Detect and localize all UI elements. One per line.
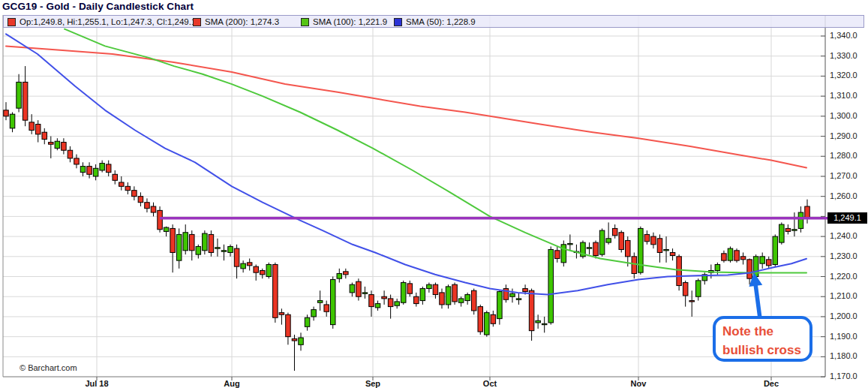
candle-down	[23, 82, 28, 120]
candle-up	[561, 245, 566, 263]
y-axis-label: 1,320.0	[830, 71, 857, 80]
candle-down	[125, 186, 131, 190]
y-axis-label: 1,220.0	[830, 272, 857, 281]
candle-up	[516, 299, 521, 299]
candle-down	[612, 228, 617, 235]
candle-up	[395, 302, 400, 305]
candle-down	[113, 174, 118, 180]
candle-down	[35, 125, 41, 134]
candle-up	[305, 317, 310, 326]
legend-bar: Op:1,249.8, Hi:1,255.1, Lo:1,247.3, Cl:1…	[3, 15, 864, 28]
y-axis-label: 1,300.0	[830, 111, 857, 120]
candle-down	[670, 252, 675, 255]
candle-down	[62, 143, 67, 151]
candle-down	[356, 281, 362, 296]
candle-down	[344, 272, 349, 275]
candle-down	[433, 284, 438, 294]
candle-down	[234, 248, 239, 266]
candle-up	[497, 292, 503, 319]
candle-up	[215, 248, 221, 248]
chart-window: GCG19 - Gold - Daily Candlestick Chart O…	[0, 0, 868, 388]
candle-up	[760, 257, 765, 263]
legend-item-sma200: SMA (200): 1,274.3	[193, 17, 279, 27]
candle-down	[689, 301, 695, 302]
chart-title: GCG19 - Gold - Daily Candlestick Chart	[2, 1, 194, 12]
candle-down	[626, 240, 631, 256]
y-axis-label: 1,310.0	[830, 91, 857, 100]
candle-up	[10, 114, 14, 128]
y-axis-label: 1,270.0	[830, 171, 857, 180]
candle-down	[740, 257, 746, 260]
x-axis-label: Aug	[209, 379, 254, 388]
candle-down	[593, 242, 599, 255]
candle-down	[138, 197, 143, 203]
candle-up	[100, 164, 105, 170]
candle-down	[29, 122, 35, 131]
candle-down	[273, 264, 278, 317]
candle-down	[151, 206, 156, 212]
candle-down	[619, 233, 624, 250]
candle-up	[241, 263, 246, 269]
candle-down	[471, 290, 476, 311]
candle-down	[260, 271, 266, 275]
y-axis-label: 1,200.0	[830, 311, 857, 320]
x-axis-label: Sep	[350, 379, 395, 388]
candle-down	[286, 314, 291, 336]
candle-down	[452, 284, 458, 302]
candle-down	[369, 295, 374, 307]
y-axis-label: 1,190.0	[830, 332, 857, 341]
legend-item-sma50: SMA (50): 1,228.9	[394, 17, 476, 27]
candle-up	[221, 251, 227, 251]
candle-up	[587, 248, 592, 248]
y-axis-label: 1,290.0	[830, 131, 857, 140]
candle-up	[548, 249, 554, 322]
sma-line	[6, 34, 806, 294]
candle-down	[279, 313, 284, 315]
candle-up	[176, 234, 182, 260]
candle-down	[119, 182, 125, 186]
candle-down	[132, 191, 137, 197]
candle-up	[362, 293, 368, 293]
barchart-watermark: © Barchart.com	[20, 363, 77, 372]
candle-down	[644, 234, 650, 241]
candle-up	[80, 167, 86, 173]
candle-up	[510, 293, 515, 296]
y-axis-label: 1,240.0	[830, 231, 857, 240]
annotation-line1: Note the	[716, 322, 809, 341]
candle-up	[317, 301, 323, 303]
candle-down	[683, 283, 688, 296]
candle-down	[4, 110, 9, 116]
y-axis-label: 1,180.0	[830, 351, 857, 360]
candle-up	[55, 141, 60, 148]
candle-down	[49, 143, 54, 145]
candle-down	[785, 228, 791, 231]
legend-sma100-label: SMA (100): 1,221.9	[313, 17, 387, 26]
sma200-swatch-icon	[193, 18, 201, 26]
candle-down	[722, 254, 727, 260]
candle-up	[401, 283, 406, 303]
candle-down	[74, 158, 80, 164]
candle-up	[773, 236, 778, 264]
candle-down	[766, 260, 771, 266]
candle-up	[446, 287, 451, 305]
candle-up	[728, 248, 733, 260]
candle-down	[87, 167, 92, 175]
legend-sma200-label: SMA (200): 1,274.3	[205, 17, 279, 26]
annotation-line2: bullish cross	[716, 341, 809, 359]
candle-up	[337, 274, 342, 279]
candle-down	[523, 289, 528, 292]
candle-down	[478, 307, 483, 332]
candle-down	[734, 251, 740, 260]
ohlc-swatch-icon	[8, 18, 16, 26]
candle-up	[715, 264, 720, 270]
x-axis-label: Dec	[749, 379, 794, 388]
legend-sma50-label: SMA (50): 1,228.9	[406, 17, 476, 26]
y-axis-label: 1,340.0	[830, 31, 857, 40]
y-axis-label: 1,260.0	[830, 191, 857, 200]
candle-up	[606, 239, 611, 242]
x-axis-label: Jul 18	[74, 379, 119, 388]
candle-down	[68, 150, 73, 158]
candle-down	[677, 257, 682, 286]
candle-up	[599, 230, 605, 254]
annotation-box: Note the bullish cross	[713, 316, 812, 362]
